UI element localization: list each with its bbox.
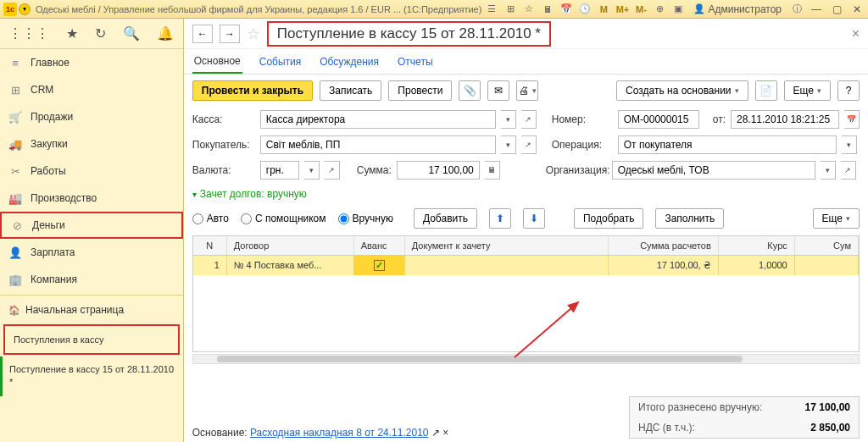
toolbar-mplus-icon[interactable]: M+ xyxy=(615,3,629,16)
open-icon[interactable]: ↗ xyxy=(521,110,537,129)
operation-label: Операция: xyxy=(552,139,613,151)
info-icon[interactable]: ⓘ xyxy=(790,3,804,16)
maximize-button[interactable]: ▢ xyxy=(829,3,844,16)
document-title: Поступление в кассу 15 от 28.11.2010 * xyxy=(267,21,551,47)
toolbar-icon[interactable]: ☆ xyxy=(522,3,536,16)
calc-icon[interactable]: 🖩 xyxy=(485,161,500,180)
calendar-icon[interactable]: 📅 xyxy=(844,110,860,129)
sidebar-item-salary[interactable]: 👤Зарплата xyxy=(0,239,183,266)
tab-reports[interactable]: Отчеты xyxy=(396,51,434,73)
sidebar-item-main[interactable]: ≡Главное xyxy=(0,49,183,76)
tab-discussions[interactable]: Обсуждения xyxy=(318,51,381,73)
number-label: Номер: xyxy=(552,113,613,125)
open-icon[interactable]: ↗ xyxy=(841,161,856,180)
dropdown-icon[interactable]: ▾ xyxy=(304,161,320,180)
tab-main[interactable]: Основное xyxy=(192,50,242,74)
content: ← → ☆ Поступление в кассу 15 от 28.11.20… xyxy=(184,19,868,442)
operation-input[interactable]: От покупателя xyxy=(618,135,837,154)
post-button[interactable]: Провести xyxy=(388,80,452,101)
currency-input[interactable]: грн. xyxy=(260,161,299,180)
tabs: Основное События Обсуждения Отчеты xyxy=(184,49,868,75)
move-up-button[interactable]: ⬆ xyxy=(489,208,511,229)
toolbar: Провести и закрыть Записать Провести 📎 ✉… xyxy=(184,75,868,107)
sidebar-nav-receipts[interactable]: Поступления в кассу xyxy=(3,324,180,355)
create-based-button[interactable]: Создать на основании▾ xyxy=(616,80,748,101)
basis-link[interactable]: Расходная накладная 8 от 24.11.2010 xyxy=(250,427,429,439)
minimize-button[interactable]: — xyxy=(809,3,824,16)
window-title: Одеські меблі / Управление небольшой фир… xyxy=(31,4,485,14)
mail-button[interactable]: ✉ xyxy=(487,80,509,101)
close-tab-button[interactable]: × xyxy=(852,26,860,41)
org-input[interactable]: Одеські меблі, ТОВ xyxy=(612,161,815,180)
toolbar-icon[interactable]: 📅 xyxy=(559,3,573,16)
toolbar-icon[interactable]: ☰ xyxy=(485,3,498,16)
sidebar-item-company[interactable]: 🏢Компания xyxy=(0,266,183,293)
open-icon[interactable]: ↗ xyxy=(521,135,537,154)
kassa-input[interactable]: Касса директора xyxy=(260,110,496,129)
toolbar-icon[interactable]: 🕓 xyxy=(578,3,592,16)
back-button[interactable]: ← xyxy=(192,25,213,43)
radio-manual[interactable]: Вручную xyxy=(338,213,393,224)
sidebar-nav-current-doc[interactable]: Поступление в кассу 15 от 28.11.2010 * xyxy=(0,356,183,396)
sidebar-home[interactable]: 🏠 Начальная страница xyxy=(0,297,183,323)
toolbar-icon[interactable]: ⊕ xyxy=(653,3,666,16)
grid: N Договор Аванс Документ к зачету Сумма … xyxy=(192,235,860,352)
fill-button[interactable]: Заполнить xyxy=(655,208,724,229)
user-label[interactable]: 👤 Администратор xyxy=(690,3,785,15)
add-row-button[interactable]: Добавить xyxy=(414,208,477,229)
bell-icon[interactable]: 🔔 xyxy=(157,25,174,41)
pick-button[interactable]: Подобрать xyxy=(574,208,643,229)
radio-wizard[interactable]: С помощником xyxy=(241,213,326,224)
sidebar-item-sales[interactable]: 🛒Продажи xyxy=(0,103,183,130)
print-button[interactable]: 🖨▾ xyxy=(516,80,538,101)
toolbar-icon[interactable]: 🖩 xyxy=(541,3,554,16)
search-icon[interactable]: 🔍 xyxy=(123,25,140,41)
attach-button[interactable]: 📎 xyxy=(459,80,481,101)
sidebar: ⋮⋮⋮ ★ ↻ 🔍 🔔 ≡Главное ⊞CRM 🛒Продажи 🚚Заку… xyxy=(0,19,184,442)
totals-box: Итого разнесено вручную:17 100,00 НДС (в… xyxy=(629,396,860,439)
more-button[interactable]: Еще▾ xyxy=(784,80,831,101)
titlebar: 1c ▾ Одеські меблі / Управление небольшо… xyxy=(0,0,868,19)
apps-icon[interactable]: ⋮⋮⋮ xyxy=(8,25,49,41)
number-input[interactable]: ОМ-00000015 xyxy=(618,110,699,129)
history-icon[interactable]: ↻ xyxy=(95,25,106,41)
toolbar-mminus-icon[interactable]: M- xyxy=(634,3,648,16)
dropdown-icon[interactable]: ▾ xyxy=(501,135,516,154)
app-menu-dropdown[interactable]: ▾ xyxy=(19,3,31,15)
debt-section-toggle[interactable]: ▾Зачет долгов: вручную xyxy=(192,183,860,205)
tab-events[interactable]: События xyxy=(258,51,303,73)
close-button[interactable]: ✕ xyxy=(849,3,865,16)
sum-input[interactable]: 17 100,00 xyxy=(397,161,480,180)
sidebar-item-purchases[interactable]: 🚚Закупки xyxy=(0,130,183,157)
dropdown-icon[interactable]: ▾ xyxy=(842,135,857,154)
open-icon[interactable]: ↗ xyxy=(325,161,340,180)
star-icon[interactable]: ★ xyxy=(66,25,78,41)
grid-row[interactable]: 1 № 4 Поставка меб... ✓ 17 100,00, ₴ 1,0… xyxy=(193,256,859,275)
sidebar-top: ⋮⋮⋮ ★ ↻ 🔍 🔔 xyxy=(0,19,183,49)
from-label: от: xyxy=(713,113,726,125)
grid-more-button[interactable]: Еще▾ xyxy=(813,208,860,229)
radio-auto[interactable]: Авто xyxy=(192,213,229,224)
dropdown-icon[interactable]: ▾ xyxy=(821,161,836,180)
sidebar-item-production[interactable]: 🏭Производство xyxy=(0,185,183,212)
favorite-star-icon[interactable]: ☆ xyxy=(247,25,260,43)
forward-button[interactable]: → xyxy=(220,25,240,43)
grid-scrollbar[interactable] xyxy=(192,354,860,364)
toolbar-icon[interactable]: ⊞ xyxy=(504,3,517,16)
sidebar-item-money[interactable]: ⊘Деньги xyxy=(0,212,183,239)
help-button[interactable]: ? xyxy=(837,80,860,101)
sidebar-item-works[interactable]: ✂Работы xyxy=(0,157,183,185)
move-down-button[interactable]: ⬇ xyxy=(523,208,545,229)
grid-header: N Договор Аванс Документ к зачету Сумма … xyxy=(193,236,859,256)
sidebar-item-crm[interactable]: ⊞CRM xyxy=(0,76,183,103)
post-and-close-button[interactable]: Провести и закрыть xyxy=(192,80,313,101)
save-button[interactable]: Записать xyxy=(320,80,381,101)
report-icon-button[interactable]: 📄 xyxy=(755,80,777,101)
dropdown-icon[interactable]: ▾ xyxy=(501,110,516,129)
advance-checkbox-cell[interactable]: ✓ xyxy=(354,256,405,275)
buyer-input[interactable]: Світ меблів, ПП xyxy=(260,135,496,154)
toolbar-icon[interactable]: ▣ xyxy=(671,3,685,16)
kassa-label: Касса: xyxy=(192,113,255,125)
toolbar-m-icon[interactable]: M xyxy=(597,3,610,16)
date-input[interactable]: 28.11.2010 18:21:25 xyxy=(731,110,839,129)
